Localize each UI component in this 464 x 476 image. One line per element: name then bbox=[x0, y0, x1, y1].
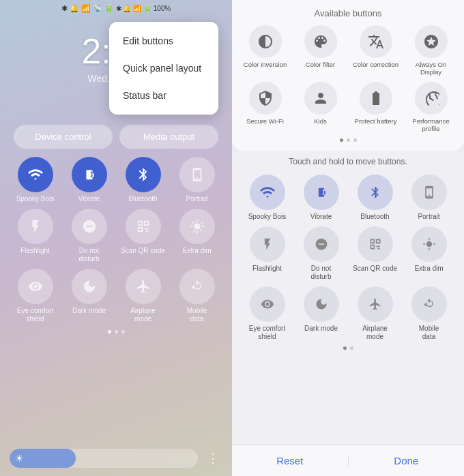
avail-color-inversion[interactable]: Color inversion bbox=[239, 25, 291, 76]
notification-icon: 🔔 bbox=[70, 4, 79, 13]
available-grid: Color inversion Color filter Color corre… bbox=[239, 25, 457, 133]
active-dots bbox=[242, 346, 454, 350]
active-portrait-icon bbox=[411, 175, 447, 210]
active-mobile-icon bbox=[411, 286, 447, 322]
active-tile-qr[interactable]: Scan QR code bbox=[349, 226, 401, 281]
always-on-label: Always On Display bbox=[416, 61, 446, 76]
avail-kids[interactable]: Kids bbox=[294, 82, 347, 133]
media-output-button[interactable]: Media output bbox=[119, 125, 218, 149]
active-mobile-label: Mobile data bbox=[419, 325, 439, 341]
color-filter-icon bbox=[304, 25, 337, 58]
quick-tile-airplane[interactable]: Airplane mode bbox=[117, 269, 169, 323]
left-panel: ✱ 🔔 📶 📡 🔋 ✱ 🔔 📶 🔋 100% Edit buttons Quic… bbox=[0, 0, 232, 476]
brightness-slider[interactable]: ☀ bbox=[10, 449, 198, 468]
wifi-quick-icon bbox=[18, 157, 53, 192]
portrait-label: Portrait bbox=[186, 195, 207, 203]
avail-dot-3 bbox=[353, 138, 357, 142]
active-tile-extradim[interactable]: Extra dim bbox=[403, 226, 454, 281]
quick-tile-mobiledata[interactable]: Mobile data bbox=[171, 269, 222, 323]
quick-tile-spooky-bois[interactable]: Spooky Bois bbox=[10, 157, 61, 203]
quick-tile-portrait[interactable]: Portrait bbox=[171, 157, 222, 203]
quick-panel-layout-item[interactable]: Quick panel layout bbox=[109, 55, 218, 82]
vibrate-quick-icon bbox=[72, 157, 107, 192]
mobiledata-label: Mobile data bbox=[187, 307, 207, 323]
active-tile-airplane[interactable]: Airplane mode bbox=[349, 286, 401, 341]
battery-icon: 🔋 bbox=[104, 4, 114, 13]
active-tile-spooky[interactable]: Spooky Bois bbox=[242, 175, 293, 221]
dot-1 bbox=[108, 330, 111, 333]
active-dark-label: Dark mode bbox=[304, 325, 338, 333]
active-dot-2 bbox=[350, 346, 353, 350]
active-tile-dark[interactable]: Dark mode bbox=[295, 286, 347, 341]
active-airplane-label: Airplane mode bbox=[362, 325, 388, 341]
status-icons: ✱ 🔔 📶 📡 🔋 ✱ 🔔 📶 🔋 100% bbox=[61, 4, 171, 13]
status-bar-item[interactable]: Status bar bbox=[109, 82, 218, 109]
avail-always-on[interactable]: Always On Display bbox=[405, 25, 457, 76]
bottom-bar: ☀ ⋮ bbox=[10, 449, 222, 468]
darkmode-label: Dark mode bbox=[72, 307, 106, 315]
performance-icon bbox=[415, 82, 448, 115]
quick-tiles-grid: Spooky Bois Vibrate Bluetooth Portrait bbox=[0, 149, 232, 323]
color-inversion-icon bbox=[249, 25, 282, 58]
airplane-label: Airplane mode bbox=[130, 307, 156, 323]
active-tile-vibrate[interactable]: Vibrate bbox=[295, 175, 347, 221]
active-tile-eye[interactable]: Eye comfort shield bbox=[242, 286, 293, 341]
kids-label: Kids bbox=[314, 117, 326, 125]
device-media-row: Device control Media output bbox=[0, 125, 232, 149]
color-correction-icon bbox=[360, 25, 392, 58]
active-tile-bluetooth[interactable]: Bluetooth bbox=[349, 175, 401, 221]
quick-tile-bluetooth[interactable]: Bluetooth bbox=[117, 157, 169, 203]
status-bar: ✱ 🔔 📶 📡 🔋 ✱ 🔔 📶 🔋 100% bbox=[0, 0, 232, 17]
quick-tile-flashlight[interactable]: Flashlight bbox=[10, 209, 61, 263]
quick-tile-darkmode[interactable]: Dark mode bbox=[63, 269, 115, 323]
dropdown-menu: Edit buttons Quick panel layout Status b… bbox=[109, 22, 218, 115]
always-on-icon bbox=[415, 25, 448, 58]
dot-3 bbox=[121, 330, 125, 333]
avail-secure-wifi[interactable]: Secure Wi-Fi bbox=[239, 82, 291, 133]
active-qr-label: Scan QR code bbox=[353, 265, 397, 273]
active-spooky-label: Spooky Bois bbox=[248, 213, 287, 221]
edit-buttons-item[interactable]: Edit buttons bbox=[109, 27, 218, 55]
active-dark-icon bbox=[304, 286, 339, 322]
color-filter-label: Color filter bbox=[306, 61, 335, 68]
active-bluetooth-icon bbox=[358, 175, 393, 210]
battery-percent: ✱ 🔔 📶 🔋 100% bbox=[116, 5, 171, 12]
avail-dot-2 bbox=[347, 138, 350, 142]
active-tile-dnd[interactable]: Do not disturb bbox=[295, 226, 347, 281]
bluetooth-quick-icon bbox=[126, 157, 161, 192]
dnd-label: Do not disturb bbox=[78, 247, 99, 263]
more-button[interactable]: ⋮ bbox=[203, 449, 222, 468]
flashlight-quick-icon bbox=[18, 209, 53, 244]
active-tiles-grid: Spooky Bois Vibrate Bluetooth Portrait bbox=[242, 175, 454, 341]
eyecomfort-quick-icon bbox=[18, 269, 53, 304]
avail-protect-battery[interactable]: Protect battery bbox=[349, 82, 402, 133]
device-control-button[interactable]: Device control bbox=[14, 125, 113, 149]
quick-tile-qr[interactable]: Scan QR code bbox=[117, 209, 169, 263]
active-tile-flashlight[interactable]: Flashlight bbox=[242, 226, 293, 281]
active-flashlight-label: Flashlight bbox=[252, 265, 282, 273]
quick-tile-dnd[interactable]: Do not disturb bbox=[63, 209, 115, 263]
eyecomfort-label: Eye comfort shield bbox=[17, 307, 53, 323]
active-tile-mobile[interactable]: Mobile data bbox=[403, 286, 454, 341]
performance-label: Performance profile bbox=[412, 117, 449, 133]
svg-point-0 bbox=[33, 284, 38, 288]
done-button[interactable]: Done bbox=[349, 455, 465, 466]
active-bluetooth-label: Bluetooth bbox=[360, 213, 389, 221]
quick-tile-vibrate[interactable]: Vibrate bbox=[63, 157, 115, 203]
dot-2 bbox=[115, 330, 118, 333]
avail-color-filter[interactable]: Color filter bbox=[294, 25, 347, 76]
avail-dot-1 bbox=[340, 138, 343, 142]
active-tile-portrait[interactable]: Portrait bbox=[403, 175, 454, 221]
flashlight-label: Flashlight bbox=[20, 247, 50, 255]
avail-performance[interactable]: Performance profile bbox=[405, 82, 457, 133]
secure-wifi-label: Secure Wi-Fi bbox=[246, 117, 284, 125]
quick-tile-eyecomfort[interactable]: Eye comfort shield bbox=[10, 269, 61, 323]
reset-button[interactable]: Reset bbox=[232, 455, 349, 466]
active-airplane-icon bbox=[358, 286, 393, 322]
quick-tile-extradim[interactable]: Extra dim bbox=[171, 209, 222, 263]
bottom-actions: Reset Done bbox=[232, 445, 464, 476]
available-title: Available buttons bbox=[239, 8, 457, 18]
active-section: Spooky Bois Vibrate Bluetooth Portrait bbox=[232, 169, 464, 445]
avail-color-correction[interactable]: Color correction bbox=[349, 25, 402, 76]
right-panel: Available buttons Color inversion Color … bbox=[232, 0, 464, 476]
